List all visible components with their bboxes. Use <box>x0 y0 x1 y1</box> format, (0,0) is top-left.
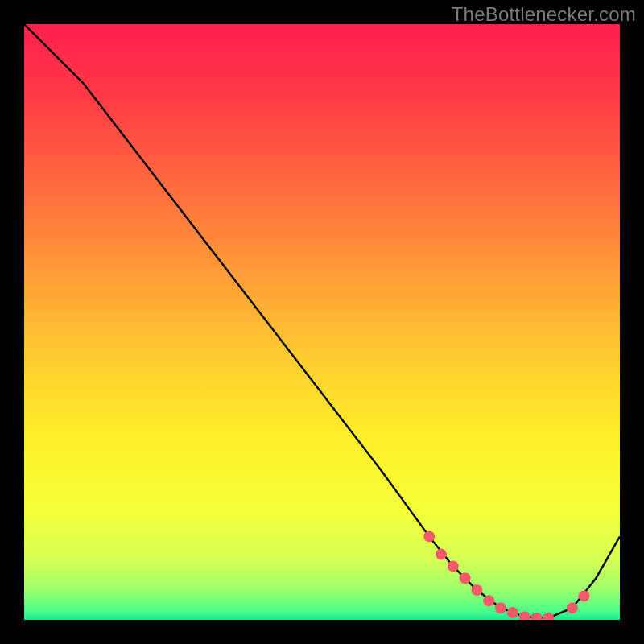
chart-canvas <box>24 24 620 620</box>
data-marker <box>495 602 506 613</box>
data-marker <box>567 602 578 613</box>
data-marker <box>460 572 471 584</box>
data-marker <box>423 530 435 542</box>
data-marker <box>448 560 459 572</box>
data-marker <box>436 549 447 560</box>
data-marker <box>507 607 518 618</box>
data-marker <box>471 584 482 596</box>
watermark-text: TheBottlenecker.com <box>452 3 636 26</box>
data-marker <box>483 595 494 606</box>
plot-area <box>24 24 620 620</box>
chart-frame: TheBottlenecker.com <box>0 0 644 644</box>
data-marker <box>579 590 590 601</box>
gradient-background <box>24 24 620 620</box>
